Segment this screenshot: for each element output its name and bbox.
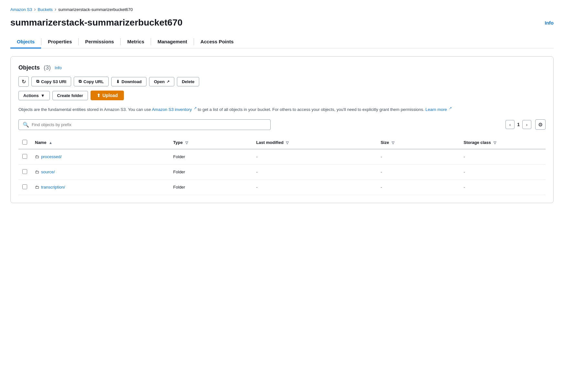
row-2-name: 🗀 source/ (31, 164, 169, 180)
row-checkbox-3 (18, 180, 31, 195)
tab-management[interactable]: Management (151, 36, 194, 49)
folder-icon-3: 🗀 (35, 185, 39, 190)
row-3-type: Folder (169, 180, 253, 195)
table-header-row: Name ▲ Type ▽ Last modified ▽ Size ▽ (18, 136, 546, 149)
refresh-icon: ↻ (22, 79, 26, 85)
open-label: Open (154, 79, 165, 84)
actions-row: Actions ▼ Create folder ⬆ Upload (18, 91, 546, 100)
download-button[interactable]: ⬇ Download (111, 77, 146, 86)
row-3-lastmod: - (252, 180, 377, 195)
tab-permissions[interactable]: Permissions (79, 36, 120, 49)
size-sort-icon: ▽ (392, 141, 394, 145)
pagination-next-button[interactable]: › (522, 120, 531, 129)
info-link[interactable]: Info (545, 20, 554, 26)
row-checkbox-2 (18, 164, 31, 180)
row-2-storage: - (460, 164, 546, 180)
upload-label: Upload (103, 93, 118, 98)
row-1-folder-link[interactable]: 🗀 processed/ (35, 154, 62, 159)
breadcrumb: Amazon S3 › Buckets › summarizerstack-su… (10, 6, 554, 12)
row-3-folder-link[interactable]: 🗀 transcription/ (35, 185, 65, 190)
external-icon-1: ↗ (194, 106, 197, 110)
external-icon-2: ↗ (449, 106, 452, 110)
search-input[interactable] (32, 122, 266, 127)
upload-button[interactable]: ⬆ Upload (91, 91, 124, 100)
type-sort-icon: ▽ (185, 141, 188, 145)
row-2-size: - (377, 164, 460, 180)
pagination: ‹ 1 › (505, 120, 531, 129)
row-1-checkbox[interactable] (22, 154, 27, 159)
download-icon: ⬇ (116, 79, 120, 84)
copy-s3-uri-label: Copy S3 URI (41, 79, 66, 84)
row-1-lastmod: - (252, 149, 377, 165)
tab-metrics[interactable]: Metrics (121, 36, 151, 49)
create-folder-label: Create folder (57, 93, 83, 98)
copy-url-button[interactable]: ⧉ Copy URL (74, 77, 109, 86)
tab-properties[interactable]: Properties (41, 36, 78, 49)
s3-inventory-link[interactable]: Amazon S3 inventory ↗ (152, 107, 197, 112)
create-folder-button[interactable]: Create folder (52, 91, 88, 100)
tab-access-points[interactable]: Access Points (194, 36, 240, 49)
pagination-current: 1 (517, 122, 520, 127)
lastmod-sort-icon: ▽ (286, 141, 288, 145)
tab-objects[interactable]: Objects (10, 36, 41, 49)
copy-url-icon: ⧉ (79, 79, 81, 84)
breadcrumb-sep-1: › (34, 6, 36, 12)
download-label: Download (122, 79, 142, 84)
row-3-checkbox[interactable] (22, 184, 27, 189)
col-header-type[interactable]: Type ▽ (169, 136, 253, 149)
row-2-lastmod: - (252, 164, 377, 180)
learn-more-link[interactable]: Learn more ↗ (426, 107, 452, 112)
page-header: summarizerstack-summarizerbucket670 Info (10, 17, 554, 28)
row-2-type: Folder (169, 164, 253, 180)
breadcrumb-current: summarizerstack-summarizerbucket670 (58, 7, 133, 12)
row-1-storage: - (460, 149, 546, 165)
toolbar-row-1: ↻ ⧉ Copy S3 URI ⧉ Copy URL ⬇ Download Op… (18, 76, 546, 87)
search-icon: 🔍 (23, 122, 29, 128)
row-3-name: 🗀 transcription/ (31, 180, 169, 195)
row-3-storage: - (460, 180, 546, 195)
tabs: Objects Properties Permissions Metrics M… (10, 36, 554, 49)
panel-title: Objects (18, 64, 40, 71)
panel-info-link[interactable]: Info (55, 65, 62, 70)
upload-icon: ⬆ (97, 93, 101, 98)
page-title: summarizerstack-summarizerbucket670 (10, 17, 182, 28)
gear-icon: ⚙ (538, 122, 543, 128)
col-header-name[interactable]: Name ▲ (31, 136, 169, 149)
row-1-type: Folder (169, 149, 253, 165)
column-settings-button[interactable]: ⚙ (535, 119, 546, 130)
copy-url-label: Copy URL (83, 79, 104, 84)
row-3-size: - (377, 180, 460, 195)
col-header-storage[interactable]: Storage class ▽ (460, 136, 546, 149)
actions-label: Actions (23, 93, 39, 98)
delete-label: Delete (182, 79, 194, 84)
folder-icon-1: 🗀 (35, 154, 39, 159)
table-row: 🗀 transcription/ Folder - - - (18, 180, 546, 195)
breadcrumb-link-s3[interactable]: Amazon S3 (10, 7, 32, 12)
col-header-size[interactable]: Size ▽ (377, 136, 460, 149)
row-2-checkbox[interactable] (22, 169, 27, 174)
breadcrumb-sep-2: › (55, 6, 56, 12)
folder-icon-2: 🗀 (35, 169, 39, 174)
search-row: 🔍 ‹ 1 › ⚙ (18, 119, 546, 130)
row-2-folder-link[interactable]: 🗀 source/ (35, 169, 55, 174)
panel-header: Objects (3) Info (18, 64, 546, 71)
refresh-button[interactable]: ↻ (18, 76, 29, 87)
open-button[interactable]: Open ↗ (149, 77, 174, 86)
copy-s3-uri-button[interactable]: ⧉ Copy S3 URI (31, 77, 71, 86)
delete-button[interactable]: Delete (177, 77, 199, 86)
actions-button[interactable]: Actions ▼ (18, 91, 50, 100)
content-panel: Objects (3) Info ↻ ⧉ Copy S3 URI ⧉ Copy … (10, 56, 554, 203)
pagination-prev-button[interactable]: ‹ (505, 120, 515, 129)
name-sort-icon: ▲ (49, 141, 52, 145)
object-count: (3) (44, 64, 51, 71)
col-header-lastmod[interactable]: Last modified ▽ (252, 136, 377, 149)
open-external-icon: ↗ (167, 80, 169, 84)
row-1-name: 🗀 processed/ (31, 149, 169, 165)
select-all-checkbox[interactable] (22, 140, 27, 145)
row-checkbox-1 (18, 149, 31, 165)
actions-chevron-icon: ▼ (41, 93, 45, 98)
table-row: 🗀 processed/ Folder - - - (18, 149, 546, 165)
info-description: Objects are the fundamental entities sto… (18, 105, 546, 113)
search-box[interactable]: 🔍 (18, 119, 271, 130)
breadcrumb-link-buckets[interactable]: Buckets (38, 7, 53, 12)
